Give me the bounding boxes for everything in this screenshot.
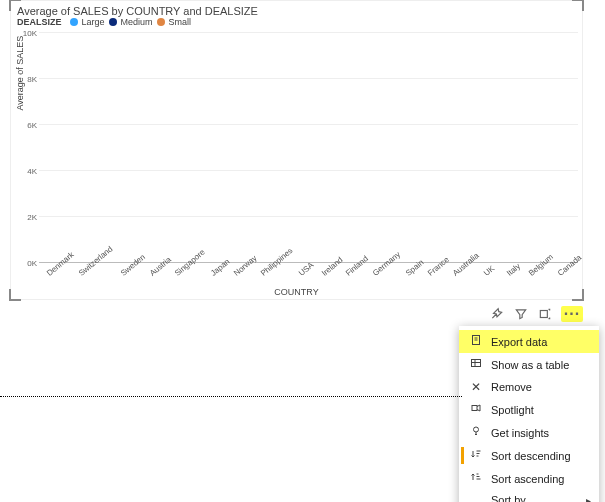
focus-mode-icon[interactable] [537, 306, 553, 322]
filter-icon[interactable] [513, 306, 529, 322]
chart-card: Average of SALES by COUNTRY and DEALSIZE… [10, 0, 583, 300]
menu-item-label: Get insights [491, 427, 549, 439]
more-options-menu: Export data Show as a table ✕ Remove Spo… [459, 326, 599, 502]
menu-show-as-table[interactable]: Show as a table [459, 353, 599, 376]
close-icon: ✕ [469, 380, 483, 394]
y-tick: 8K [27, 75, 37, 84]
pin-icon[interactable] [489, 306, 505, 322]
menu-sort-ascending[interactable]: Sort ascending [459, 467, 599, 490]
menu-get-insights[interactable]: Get insights [459, 421, 599, 444]
legend-item-medium[interactable]: Medium [121, 17, 153, 27]
visual-toolbar: ··· [489, 306, 583, 322]
plot-area: Average of SALES 10K 8K 6K 4K 2K 0K [39, 33, 578, 263]
sort-asc-icon [469, 471, 483, 486]
bars [39, 33, 578, 263]
menu-item-label: Show as a table [491, 359, 569, 371]
legend-label: DEALSIZE [17, 17, 62, 27]
page-divider [0, 396, 462, 397]
menu-spotlight[interactable]: Spotlight [459, 398, 599, 421]
y-tick: 6K [27, 121, 37, 130]
y-tick: 2K [27, 213, 37, 222]
legend-item-small[interactable]: Small [169, 17, 192, 27]
y-axis-ticks: 10K 8K 6K 4K 2K 0K [15, 33, 39, 263]
svg-rect-0 [540, 311, 547, 318]
active-sort-indicator [461, 447, 464, 464]
menu-item-label: Sort by [491, 494, 526, 502]
y-tick: 4K [27, 167, 37, 176]
resize-handle-tr[interactable] [572, 0, 584, 11]
x-axis-label: COUNTRY [11, 287, 582, 297]
chart-legend: DEALSIZE Large Medium Small [11, 17, 582, 27]
resize-handle-tl[interactable] [9, 0, 21, 11]
y-tick: 10K [23, 29, 37, 38]
lightbulb-icon [469, 425, 483, 440]
x-axis-ticks: DenmarkSwitzerlandSwedenAustriaSingapore… [39, 263, 578, 285]
menu-item-label: Sort ascending [491, 473, 564, 485]
more-options-button[interactable]: ··· [561, 306, 583, 322]
chart-title: Average of SALES by COUNTRY and DEALSIZE [11, 1, 582, 17]
menu-sort-by[interactable]: Sort by [459, 490, 599, 502]
menu-item-label: Spotlight [491, 404, 534, 416]
menu-item-label: Remove [491, 381, 532, 393]
legend-swatch-small [157, 18, 165, 26]
menu-remove[interactable]: ✕ Remove [459, 376, 599, 398]
menu-export-data[interactable]: Export data [459, 330, 599, 353]
menu-sort-descending[interactable]: Sort descending [459, 444, 599, 467]
y-tick: 0K [27, 259, 37, 268]
table-icon [469, 357, 483, 372]
spotlight-icon [469, 402, 483, 417]
sort-desc-icon [469, 448, 483, 463]
menu-item-label: Sort descending [491, 450, 571, 462]
export-icon [469, 334, 483, 349]
legend-swatch-large [70, 18, 78, 26]
legend-item-large[interactable]: Large [82, 17, 105, 27]
svg-rect-3 [472, 406, 477, 411]
legend-swatch-medium [109, 18, 117, 26]
svg-point-4 [474, 427, 479, 432]
menu-item-label: Export data [491, 336, 547, 348]
